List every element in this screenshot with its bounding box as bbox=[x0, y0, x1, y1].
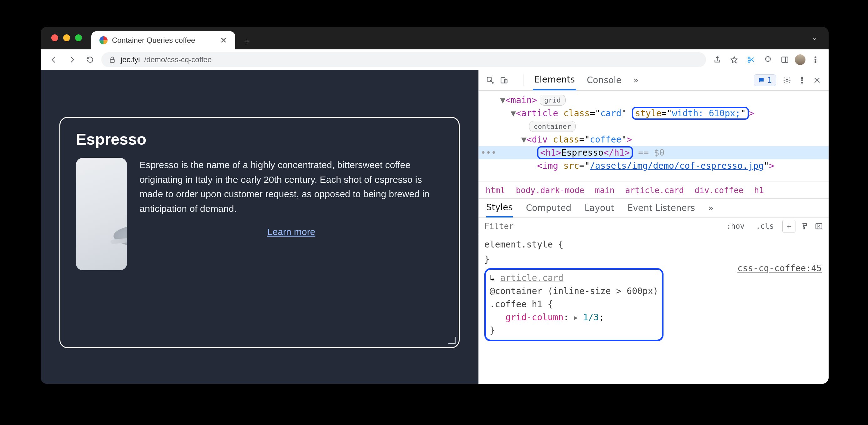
scissors-icon[interactable] bbox=[744, 53, 758, 67]
browser-window: Container Queries coffee ✕ ＋ ⌄ jec.fyi/d… bbox=[41, 27, 829, 384]
container-link[interactable]: article.card bbox=[500, 273, 563, 283]
subtab-computed[interactable]: Computed bbox=[526, 203, 571, 213]
share-button[interactable] bbox=[710, 53, 724, 67]
new-style-rule-button[interactable]: ＋ bbox=[782, 220, 796, 233]
svg-rect-3 bbox=[782, 57, 788, 62]
styles-filter-input[interactable] bbox=[484, 222, 718, 231]
hov-toggle[interactable]: :hov bbox=[723, 220, 747, 232]
resize-handle[interactable] bbox=[447, 336, 456, 344]
svg-point-11 bbox=[801, 77, 803, 78]
issues-count: 1 bbox=[767, 76, 772, 85]
new-tab-button[interactable]: ＋ bbox=[241, 34, 253, 47]
browser-menu-button[interactable] bbox=[809, 53, 823, 67]
browser-tab[interactable]: Container Queries coffee ✕ bbox=[91, 31, 235, 50]
browser-toolbar: jec.fyi/demo/css-cq-coffee bbox=[41, 50, 829, 70]
extensions-button[interactable] bbox=[761, 53, 775, 67]
inspect-icon[interactable] bbox=[486, 76, 494, 85]
back-button[interactable] bbox=[47, 53, 61, 67]
subtab-event-listeners[interactable]: Event Listeners bbox=[627, 203, 695, 213]
svg-point-12 bbox=[801, 80, 803, 81]
elements-tree[interactable]: ▼<main>grid ▼<article class="card" style… bbox=[479, 91, 829, 182]
devtools-menu-icon[interactable] bbox=[798, 76, 806, 85]
card-title: Espresso bbox=[76, 130, 443, 149]
cls-toggle[interactable]: .cls bbox=[753, 220, 777, 232]
crumb[interactable]: article.card bbox=[625, 186, 684, 195]
tab-title: Container Queries coffee bbox=[112, 36, 195, 45]
learn-more-link[interactable]: Learn more bbox=[140, 227, 443, 237]
svg-point-5 bbox=[815, 59, 816, 60]
window-menu-button[interactable]: ⌄ bbox=[812, 34, 817, 42]
crumb[interactable]: body.dark-mode bbox=[516, 186, 584, 195]
reload-button[interactable] bbox=[83, 53, 97, 67]
fullscreen-window-button[interactable] bbox=[75, 34, 82, 41]
devtools-panel: Elements Console » 1 ▼<main>grid bbox=[478, 70, 829, 384]
tab-close-button[interactable]: ✕ bbox=[220, 36, 227, 45]
address-bar[interactable]: jec.fyi/demo/css-cq-coffee bbox=[101, 52, 706, 67]
styles-subtabs: Styles Computed Layout Event Listeners » bbox=[479, 199, 829, 218]
svg-point-6 bbox=[815, 61, 816, 63]
tab-strip: Container Queries coffee ✕ ＋ ⌄ bbox=[41, 27, 829, 50]
svg-rect-0 bbox=[111, 59, 115, 62]
svg-point-13 bbox=[801, 82, 803, 83]
tab-console[interactable]: Console bbox=[586, 71, 623, 90]
devtools-close-icon[interactable] bbox=[813, 76, 821, 85]
bookmark-button[interactable] bbox=[727, 53, 741, 67]
subtab-styles[interactable]: Styles bbox=[486, 198, 513, 218]
crumb[interactable]: div.coffee bbox=[694, 186, 744, 195]
paint-icon[interactable] bbox=[801, 222, 809, 230]
lock-icon bbox=[108, 56, 116, 64]
favicon-icon bbox=[99, 36, 107, 44]
profile-avatar[interactable] bbox=[795, 54, 805, 65]
subtabs-overflow[interactable]: » bbox=[708, 203, 714, 213]
styles-filter-bar: :hov .cls ＋ bbox=[479, 218, 829, 235]
subtab-layout[interactable]: Layout bbox=[584, 203, 614, 213]
crumb[interactable]: h1 bbox=[754, 186, 764, 195]
toggle-sidebar-icon[interactable] bbox=[815, 222, 823, 230]
issues-button[interactable]: 1 bbox=[754, 74, 776, 86]
dom-breadcrumb[interactable]: html body.dark-mode main article.card di… bbox=[479, 182, 829, 199]
selected-dom-node[interactable]: ••• <h1>Espresso</h1> == $0 bbox=[479, 146, 829, 159]
tab-elements[interactable]: Elements bbox=[533, 70, 576, 90]
crumb[interactable]: main bbox=[595, 186, 615, 195]
url-path: /demo/css-cq-coffee bbox=[144, 55, 212, 64]
close-window-button[interactable] bbox=[51, 34, 58, 41]
svg-point-4 bbox=[815, 57, 816, 58]
sidepanel-button[interactable] bbox=[778, 53, 792, 67]
stylesheet-origin-link[interactable]: css-cq-coffee:45 bbox=[737, 262, 822, 275]
styles-pane[interactable]: element.style { } css-cq-coffee:45 ↳ art… bbox=[479, 235, 829, 384]
container-query-rule: ↳ article.card @container (inline-size >… bbox=[484, 268, 663, 341]
crumb[interactable]: html bbox=[486, 186, 505, 195]
minimize-window-button[interactable] bbox=[63, 34, 70, 41]
tabs-overflow-button[interactable]: » bbox=[632, 71, 640, 90]
page-viewport: Espresso Espresso is the name of a highl… bbox=[41, 70, 478, 384]
card-description: Espresso is the name of a highly concent… bbox=[140, 158, 443, 216]
settings-icon[interactable] bbox=[783, 76, 791, 85]
coffee-card: Espresso Espresso is the name of a highl… bbox=[59, 117, 460, 348]
devtools-tabbar: Elements Console » 1 bbox=[479, 70, 829, 91]
url-host: jec.fyi bbox=[121, 55, 140, 64]
coffee-image bbox=[76, 158, 127, 270]
window-controls bbox=[51, 34, 82, 41]
forward-button[interactable] bbox=[65, 53, 79, 67]
device-toggle-icon[interactable] bbox=[500, 76, 508, 85]
svg-point-10 bbox=[786, 79, 788, 81]
